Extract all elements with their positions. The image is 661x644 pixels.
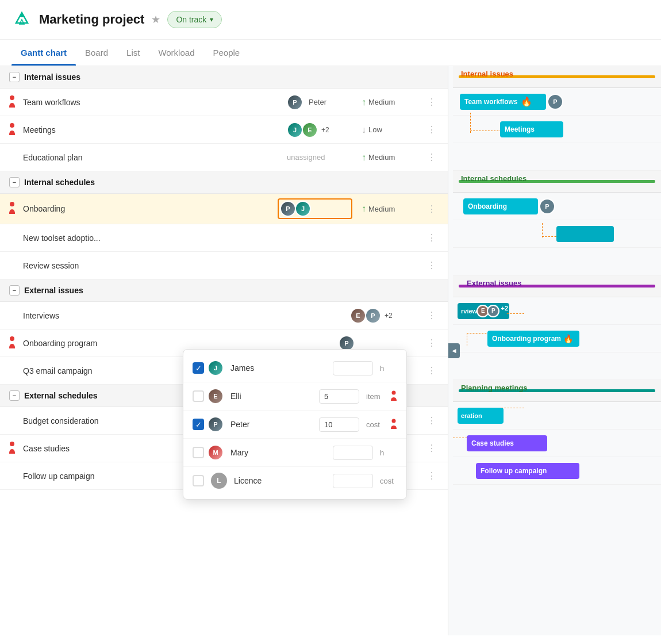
task-row: Educational plan unassigned ↑ Medium ⋮ [0, 144, 448, 171]
priority: ↑ Medium [362, 97, 425, 108]
tab-list[interactable]: List [117, 40, 149, 66]
tab-board[interactable]: Board [76, 40, 117, 66]
priority-arrow-up-icon: ↑ [362, 152, 366, 163]
avatar-count: +2 [321, 126, 329, 134]
assignee-name: Peter [309, 98, 326, 106]
avatar: J [287, 122, 303, 138]
priority: ↑ Medium [362, 152, 425, 163]
task-row: Team workflows P Peter ↑ Medium ⋮ [0, 89, 448, 116]
task-name: Onboarding program [23, 339, 339, 348]
task-list-panel: − Internal issues Team workflows P Peter… [0, 66, 448, 635]
more-options-button[interactable]: ⋮ [425, 440, 439, 456]
avatar: P [280, 201, 296, 217]
collapse-button-internal-issues[interactable]: − [9, 72, 20, 82]
value-input-elli[interactable] [319, 389, 359, 404]
more-options-button[interactable]: ⋮ [425, 230, 439, 246]
more-options-button[interactable]: ⋮ [425, 258, 439, 273]
cost-input-licence[interactable] [333, 474, 373, 488]
flame-icon: 🔥 [521, 96, 532, 107]
section-title-external-issues: External issues [24, 286, 83, 295]
gantt-section-label-planning-meetings: Planning meetings [461, 384, 528, 392]
person-name-peter: Peter [230, 420, 312, 429]
unit-label: h [380, 448, 397, 457]
checkbox-mary[interactable] [193, 447, 204, 458]
hours-input-mary[interactable] [333, 446, 373, 460]
svg-point-2 [10, 123, 14, 128]
avatar: P [365, 308, 381, 324]
section-title-external-schedules: External schedules [24, 391, 98, 400]
more-options-button[interactable]: ⋮ [425, 94, 439, 110]
checkbox-peter[interactable] [193, 419, 204, 430]
unit-label: cost [380, 477, 397, 485]
gantt-bar-interviews: rviews E P +2 [458, 303, 509, 319]
person-icon [8, 122, 16, 137]
person-icon [8, 441, 16, 456]
unit-label: item [366, 392, 383, 401]
gantt-section-label-internal-schedules: Internal schedules [461, 174, 527, 183]
task-row: New toolset adoptio... ⋮ [0, 224, 448, 252]
dropdown-person-row-elli: E Elli item [183, 382, 406, 411]
more-options-button[interactable]: ⋮ [425, 308, 439, 323]
chevron-down-icon: ▾ [210, 16, 213, 24]
header: Marketing project ★ On track ▾ [0, 0, 661, 40]
people-assignment-dropdown: J James h E Elli item P Peter [183, 349, 407, 500]
gantt-bar-case-studies: Case studies [467, 435, 547, 451]
priority-arrow-down-icon: ↓ [362, 125, 366, 135]
tab-gantt-chart[interactable]: Gantt chart [11, 40, 76, 66]
star-icon[interactable]: ★ [151, 13, 160, 26]
hours-input-james[interactable] [333, 361, 373, 375]
assignees: P Peter [287, 94, 362, 110]
task-name: Onboarding [23, 204, 278, 213]
person-icon [390, 419, 397, 431]
checkbox-elli[interactable] [193, 390, 204, 402]
tab-workload[interactable]: Workload [149, 40, 203, 66]
more-options-button[interactable]: ⋮ [425, 201, 439, 217]
gantt-back-button[interactable]: ◄ [448, 343, 460, 358]
assignees: J E +2 [287, 122, 362, 138]
svg-point-3 [10, 202, 14, 206]
dropdown-person-row-mary: M Mary h [183, 439, 406, 467]
task-name: Team workflows [23, 98, 287, 107]
svg-point-7 [392, 419, 396, 423]
collapse-button-internal-schedules[interactable]: − [9, 177, 20, 187]
task-name: Educational plan [23, 153, 287, 162]
task-row: Interviews E P +2 ⋮ [0, 302, 448, 329]
avatar-peter: P [207, 416, 224, 432]
gantt-bar-team-workflows: Team workflows 🔥 P [460, 94, 546, 110]
main-content: − Internal issues Team workflows P Peter… [0, 66, 661, 635]
svg-point-4 [10, 336, 14, 341]
task-name: New toolset adoptio... [23, 233, 425, 243]
status-badge[interactable]: On track ▾ [167, 11, 222, 28]
unassigned-label: unassigned [287, 153, 362, 162]
section-title-internal-schedules: Internal schedules [24, 178, 95, 187]
more-options-button[interactable]: ⋮ [425, 335, 439, 351]
task-row: Review session ⋮ [0, 252, 448, 279]
section-header-external-issues: − External issues [0, 279, 448, 302]
person-name-james: James [230, 363, 326, 373]
avatar-elli: E [207, 388, 224, 404]
more-options-button[interactable]: ⋮ [425, 363, 439, 378]
value-input-peter[interactable] [319, 417, 359, 432]
checkbox-licence[interactable] [193, 475, 204, 486]
unit-label: cost [366, 420, 383, 429]
more-options-button[interactable]: ⋮ [425, 122, 439, 137]
priority: ↑ Medium [362, 204, 425, 214]
priority-arrow-up-icon: ↑ [362, 204, 366, 214]
collapse-button-external-schedules[interactable]: − [9, 390, 20, 401]
assignees: E P +2 [350, 308, 425, 324]
status-label: On track [176, 15, 206, 24]
tab-people[interactable]: People [203, 40, 249, 66]
avatar: E [302, 122, 318, 138]
assignees-bordered[interactable]: P J [278, 198, 352, 219]
task-name: Interviews [23, 311, 350, 320]
more-options-button[interactable]: ⋮ [425, 150, 439, 165]
more-options-button[interactable]: ⋮ [425, 468, 439, 484]
checkbox-james[interactable] [193, 362, 204, 374]
gantt-bar-follow-up-campaign: Follow up campaign [476, 463, 579, 479]
nav-tabs: Gantt chart Board List Workload People [0, 40, 661, 66]
priority-label: Medium [368, 153, 395, 162]
more-options-button[interactable]: ⋮ [425, 413, 439, 428]
dropdown-person-row-licence: L Licence cost [183, 467, 406, 494]
avatar-james: J [207, 360, 224, 376]
collapse-button-external-issues[interactable]: − [9, 285, 20, 296]
